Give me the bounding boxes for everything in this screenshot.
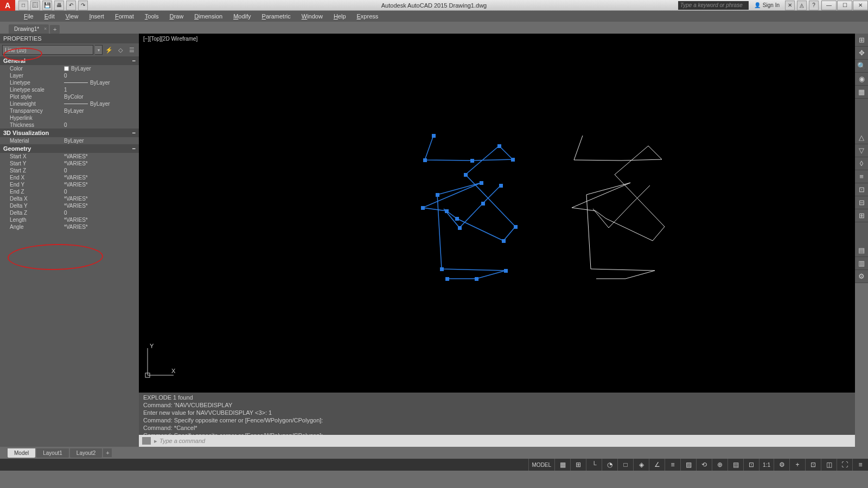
- workspace-icon[interactable]: ⚙: [774, 459, 789, 471]
- property-value[interactable]: ByLayer: [64, 108, 139, 114]
- tab-layout1[interactable]: Layout1: [36, 448, 69, 458]
- maximize-button[interactable]: ☐: [837, 1, 852, 10]
- nav-tool-icon[interactable]: ◊: [855, 157, 868, 170]
- property-value[interactable]: *VARIES*: [64, 153, 139, 159]
- property-value[interactable]: ByColor: [64, 94, 139, 100]
- nav-tool-icon[interactable]: ▥: [855, 257, 868, 270]
- close-button[interactable]: ✕: [853, 1, 868, 10]
- drawing-canvas[interactable]: Y X: [139, 34, 855, 393]
- property-row[interactable]: MaterialByLayer: [0, 137, 139, 144]
- property-row[interactable]: Angle*VARIES*: [0, 223, 139, 230]
- section-geometry[interactable]: Geometry−: [0, 144, 139, 153]
- property-row[interactable]: TransparencyByLayer: [0, 107, 139, 114]
- section-3d-visualization[interactable]: 3D Visualization−: [0, 129, 139, 137]
- viewport-label[interactable]: [−][Top][2D Wireframe]: [143, 36, 197, 42]
- property-row[interactable]: End X*VARIES*: [0, 174, 139, 181]
- new-icon[interactable]: □: [18, 1, 28, 10]
- snap-icon[interactable]: ⊞: [570, 459, 586, 471]
- property-value[interactable]: 0: [64, 210, 139, 216]
- nav-tool-icon[interactable]: ▽: [855, 144, 868, 157]
- property-row[interactable]: Start X*VARIES*: [0, 153, 139, 160]
- sc-icon[interactable]: ⊡: [743, 459, 759, 471]
- menu-edit[interactable]: Edit: [39, 13, 60, 20]
- add-tab-button[interactable]: +: [50, 25, 60, 34]
- polar-icon[interactable]: ◔: [602, 459, 617, 471]
- property-value[interactable]: ByLayer: [64, 138, 139, 144]
- property-value[interactable]: [64, 115, 139, 121]
- menu-dimension[interactable]: Dimension: [189, 13, 228, 20]
- annotation-scale[interactable]: 1:1: [759, 459, 774, 471]
- osnap-icon[interactable]: □: [617, 459, 633, 471]
- dropdown-icon[interactable]: ▾: [95, 45, 103, 55]
- property-value[interactable]: 0: [64, 168, 139, 174]
- property-value[interactable]: 0: [64, 122, 139, 128]
- property-value[interactable]: *VARIES*: [64, 217, 139, 223]
- menu-express[interactable]: Express: [352, 13, 384, 20]
- undo-icon[interactable]: ↶: [66, 1, 76, 10]
- nav-tool-icon[interactable]: ⊞: [855, 209, 868, 222]
- document-tab[interactable]: Drawing1* ×: [9, 24, 49, 34]
- isolate-icon[interactable]: ◫: [821, 459, 837, 471]
- property-value[interactable]: *VARIES*: [64, 203, 139, 209]
- menu-view[interactable]: View: [60, 13, 84, 20]
- close-tab-icon[interactable]: ×: [44, 26, 47, 31]
- exchange-icon[interactable]: ✕: [785, 1, 795, 10]
- property-row[interactable]: Hyperlink: [0, 114, 139, 121]
- property-row[interactable]: Linetype scale1: [0, 86, 139, 93]
- property-value[interactable]: 0: [64, 73, 139, 79]
- property-row[interactable]: LineweightByLayer: [0, 100, 139, 107]
- property-value[interactable]: *VARIES*: [64, 196, 139, 202]
- selection-combo[interactable]: Line (10): [2, 45, 93, 55]
- nav-tool-icon[interactable]: △: [855, 131, 868, 144]
- pan-icon[interactable]: ✥: [855, 47, 868, 60]
- property-row[interactable]: Plot styleByColor: [0, 93, 139, 100]
- transparency-icon[interactable]: ▨: [680, 459, 696, 471]
- property-value[interactable]: 0: [64, 189, 139, 195]
- annotation-monitor-icon[interactable]: +: [789, 459, 805, 471]
- property-value[interactable]: *VARIES*: [64, 175, 139, 181]
- property-row[interactable]: Delta X*VARIES*: [0, 195, 139, 202]
- quick-select-icon[interactable]: ⚡: [104, 45, 114, 55]
- property-row[interactable]: Length*VARIES*: [0, 216, 139, 223]
- print-icon[interactable]: 🖶: [54, 1, 64, 10]
- menu-help[interactable]: Help: [328, 13, 352, 20]
- hardware-accel-icon[interactable]: ⊡: [805, 459, 821, 471]
- zoom-extents-icon[interactable]: 🔍: [855, 60, 868, 73]
- property-value[interactable]: ByLayer: [64, 101, 139, 107]
- property-row[interactable]: Layer0: [0, 72, 139, 79]
- clean-screen-icon[interactable]: ⛶: [837, 459, 852, 471]
- property-value[interactable]: 1: [64, 87, 139, 93]
- menu-draw[interactable]: Draw: [164, 13, 189, 20]
- signin-button[interactable]: 👤 Sign In: [751, 2, 783, 8]
- menu-window[interactable]: Window: [296, 13, 328, 20]
- property-row[interactable]: ColorByLayer: [0, 65, 139, 72]
- nav-tool-icon[interactable]: ▤: [855, 244, 868, 257]
- autodesk-icon[interactable]: ◬: [797, 1, 807, 10]
- otrack-icon[interactable]: ∠: [649, 459, 665, 471]
- showmotion-icon[interactable]: ▦: [855, 86, 868, 99]
- tab-layout2[interactable]: Layout2: [70, 448, 103, 458]
- nav-tool-icon[interactable]: ⊟: [855, 196, 868, 209]
- nav-tool-icon[interactable]: ≡: [855, 170, 868, 183]
- minimize-button[interactable]: —: [821, 1, 837, 10]
- property-value[interactable]: *VARIES*: [64, 224, 139, 230]
- dynamic-input-icon[interactable]: ⊕: [712, 459, 727, 471]
- tab-model[interactable]: Model: [8, 448, 35, 458]
- select-objects-icon[interactable]: ◇: [116, 45, 125, 55]
- help-icon[interactable]: ?: [809, 1, 819, 10]
- menu-format[interactable]: Format: [110, 13, 139, 20]
- section-general[interactable]: General−: [0, 56, 139, 65]
- property-row[interactable]: Start Z0: [0, 167, 139, 174]
- property-value[interactable]: ByLayer: [64, 80, 139, 86]
- property-row[interactable]: Start Y*VARIES*: [0, 160, 139, 167]
- app-menu-button[interactable]: A: [0, 0, 15, 11]
- property-value[interactable]: *VARIES*: [64, 182, 139, 188]
- grid-icon[interactable]: ▦: [554, 459, 570, 471]
- search-input[interactable]: Type a keyword or phrase: [678, 1, 749, 10]
- redo-icon[interactable]: ↷: [78, 1, 88, 10]
- orbit-icon[interactable]: ◉: [855, 73, 868, 86]
- ortho-icon[interactable]: └: [586, 459, 602, 471]
- open-icon[interactable]: ⿶: [30, 1, 40, 10]
- menu-modify[interactable]: Modify: [228, 13, 256, 20]
- save-icon[interactable]: 💾: [42, 1, 52, 10]
